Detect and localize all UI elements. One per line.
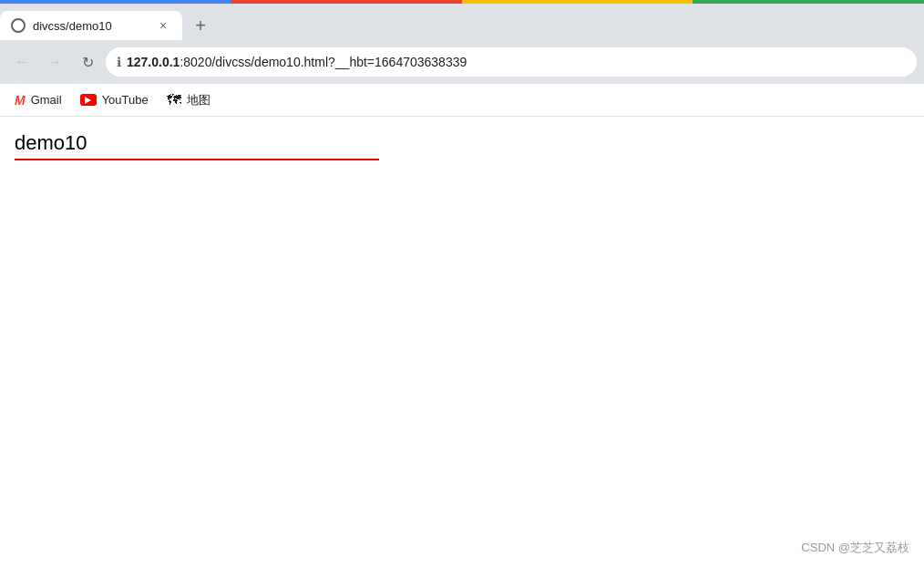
watermark: CSDN @芝芝又荔枝 (801, 540, 909, 556)
nav-bar: ← → ↻ ℹ 127.0.0.1:8020/divcss/demo10.htm… (0, 40, 924, 84)
tab-close-button[interactable]: × (155, 17, 171, 34)
tab-title: divcss/demo10 (33, 19, 148, 33)
back-button[interactable]: ← (7, 47, 36, 77)
tab-bar: divcss/demo10 × + (0, 4, 924, 40)
tab-favicon (11, 18, 26, 33)
bookmark-maps-label: 地图 (187, 92, 210, 108)
page-content: demo10 (0, 117, 924, 182)
address-path: :8020/divcss/demo10.html?__hbt=166470363… (180, 55, 467, 69)
address-host: 127.0.0.1 (127, 55, 180, 69)
bookmark-youtube[interactable]: YouTube (73, 89, 156, 110)
gmail-icon: M (15, 93, 26, 108)
maps-icon: 🗺 (167, 92, 181, 108)
new-tab-button[interactable]: + (186, 11, 215, 40)
reload-button[interactable]: ↻ (73, 47, 102, 77)
active-tab[interactable]: divcss/demo10 × (0, 11, 182, 40)
favicon-icon (11, 18, 26, 33)
bookmark-gmail[interactable]: M Gmail (7, 89, 69, 111)
info-icon: ℹ (117, 55, 121, 69)
bookmark-youtube-label: YouTube (102, 93, 149, 107)
bookmarks-bar: M Gmail YouTube 🗺 地图 (0, 84, 924, 117)
page-area: demo10 CSDN @芝芝又荔枝 (0, 117, 924, 567)
bookmark-gmail-label: Gmail (31, 93, 62, 107)
forward-button[interactable]: → (40, 47, 69, 77)
address-bar[interactable]: ℹ 127.0.0.1:8020/divcss/demo10.html?__hb… (106, 47, 917, 77)
browser-window: divcss/demo10 × + ← → ↻ ℹ 127.0.0.1:8020… (0, 0, 924, 567)
youtube-icon (80, 94, 97, 106)
bookmark-maps[interactable]: 🗺 地图 (159, 88, 218, 112)
address-text: 127.0.0.1:8020/divcss/demo10.html?__hbt=… (127, 55, 906, 69)
page-heading: demo10 (15, 131, 379, 160)
